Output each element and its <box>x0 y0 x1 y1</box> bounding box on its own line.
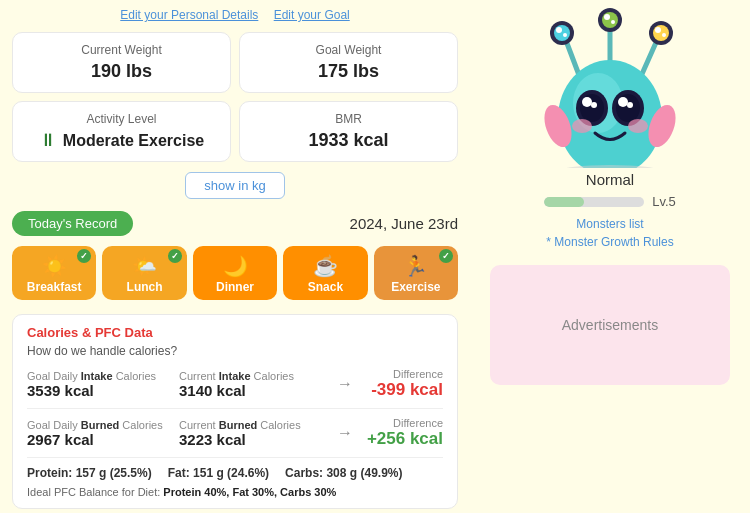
fat-stat: Fat: 151 g (24.6%) <box>168 466 269 480</box>
ideal-pfc: Ideal PFC Balance for Diet: Protein 40%,… <box>27 486 443 498</box>
svg-point-7 <box>602 12 618 28</box>
current-intake-block: Current Intake Calories 3140 kcal <box>179 370 327 399</box>
dinner-label: Dinner <box>216 280 254 294</box>
bmr-label: BMR <box>254 112 443 126</box>
monster-links: Monsters list Monster Growth Rules <box>480 217 740 249</box>
lunch-check: ✓ <box>168 249 182 263</box>
burned-diff-label: Difference <box>363 417 443 429</box>
ads-label: Advertisements <box>562 317 658 333</box>
show-kg-button[interactable]: show in kg <box>185 172 284 199</box>
level-bar-background <box>544 197 644 207</box>
goal-intake-label: Goal Daily Intake Calories <box>27 370 175 382</box>
current-weight-card: Current Weight 190 lbs <box>12 32 231 93</box>
goal-weight-label: Goal Weight <box>254 43 443 57</box>
level-bar-fill <box>544 197 584 207</box>
burned-diff-value: +256 kcal <box>363 429 443 449</box>
level-bar-container: Lv.5 <box>480 194 740 209</box>
edit-personal-link[interactable]: Edit your Personal Details <box>120 8 258 22</box>
svg-point-20 <box>591 102 597 108</box>
lunch-tab[interactable]: ✓ 🌤️ Lunch <box>102 246 186 300</box>
svg-point-3 <box>556 27 562 33</box>
main-layout: Edit your Personal Details Edit your Goa… <box>0 0 750 513</box>
goal-weight-value: 175 lbs <box>254 61 443 82</box>
goal-burned-label: Goal Daily Burned Calories <box>27 419 175 431</box>
monsters-list-link[interactable]: Monsters list <box>576 217 643 231</box>
burned-diff-block: Difference +256 kcal <box>363 417 443 449</box>
breakfast-tab[interactable]: ✓ ☀️ Breakfast <box>12 246 96 300</box>
level-text: Lv.5 <box>652 194 676 209</box>
burned-row: Goal Daily Burned Calories 2967 kcal Cur… <box>27 417 443 449</box>
svg-point-24 <box>627 102 633 108</box>
current-weight-value: 190 lbs <box>27 61 216 82</box>
pfc-divider <box>27 457 443 458</box>
calories-title: Calories & PFC Data <box>27 325 443 340</box>
intake-diff-label: Difference <box>363 368 443 380</box>
current-burned-block: Current Burned Calories 3223 kcal <box>179 419 327 448</box>
ideal-pfc-prefix: Ideal PFC Balance for Diet: <box>27 486 160 498</box>
svg-point-18 <box>580 94 604 122</box>
svg-point-14 <box>662 33 666 37</box>
svg-point-23 <box>618 97 628 107</box>
current-intake-value: 3140 kcal <box>179 382 327 399</box>
stats-grid: Current Weight 190 lbs Goal Weight 175 l… <box>12 32 458 162</box>
intake-diff-value: -399 kcal <box>363 380 443 400</box>
monster-growth-rules-link[interactable]: Monster Growth Rules <box>546 235 673 249</box>
current-burned-value: 3223 kcal <box>179 431 327 448</box>
goal-burned-block: Goal Daily Burned Calories 2967 kcal <box>27 419 175 448</box>
record-header: Today's Record 2024, June 23rd <box>12 211 458 236</box>
calories-subtitle: How do we handle calories? <box>27 344 443 358</box>
snack-label: Snack <box>308 280 343 294</box>
left-panel: Edit your Personal Details Edit your Goa… <box>0 0 470 513</box>
activity-level-card: Activity Level ⏸ Moderate Exercise <box>12 101 231 162</box>
today-badge: Today's Record <box>12 211 133 236</box>
calories-divider <box>27 408 443 409</box>
record-date: 2024, June 23rd <box>350 215 458 232</box>
breakfast-label: Breakfast <box>27 280 82 294</box>
svg-point-26 <box>628 119 648 133</box>
intake-row: Goal Daily Intake Calories 3539 kcal Cur… <box>27 368 443 400</box>
exercise-tab[interactable]: ✓ 🏃 Exercise <box>374 246 458 300</box>
dinner-icon: 🌙 <box>197 254 273 278</box>
svg-point-8 <box>604 14 610 20</box>
meal-tabs: ✓ ☀️ Breakfast ✓ 🌤️ Lunch 🌙 Dinner ☕ Sna… <box>12 246 458 300</box>
intake-diff-block: Difference -399 kcal <box>363 368 443 400</box>
exercise-check: ✓ <box>439 249 453 263</box>
burned-arrow: → <box>337 424 353 442</box>
monster-image <box>530 8 690 168</box>
current-burned-label: Current Burned Calories <box>179 419 327 431</box>
svg-point-12 <box>653 25 669 41</box>
activity-icon: ⏸ <box>39 130 57 151</box>
goal-weight-card: Goal Weight 175 lbs <box>239 32 458 93</box>
ideal-pfc-value: Protein 40%, Fat 30%, Carbs 30% <box>163 486 336 498</box>
svg-point-2 <box>554 25 570 41</box>
intake-arrow: → <box>337 375 353 393</box>
svg-point-25 <box>572 119 592 133</box>
monster-container: Normal Lv.5 Monsters list Monster Growth… <box>480 8 740 265</box>
bmr-value: 1933 kcal <box>254 130 443 151</box>
goal-intake-value: 3539 kcal <box>27 382 175 399</box>
svg-point-19 <box>582 97 592 107</box>
pfc-row: Protein: 157 g (25.5%) Fat: 151 g (24.6%… <box>27 466 443 480</box>
svg-point-29 <box>560 165 660 168</box>
advertisements-box: Advertisements <box>490 265 730 385</box>
current-weight-label: Current Weight <box>27 43 216 57</box>
dinner-tab[interactable]: 🌙 Dinner <box>193 246 277 300</box>
protein-stat: Protein: 157 g (25.5%) <box>27 466 152 480</box>
exercise-label: Exercise <box>391 280 440 294</box>
calories-section: Calories & PFC Data How do we handle cal… <box>12 314 458 509</box>
svg-point-13 <box>655 27 661 33</box>
lunch-label: Lunch <box>127 280 163 294</box>
right-panel: Normal Lv.5 Monsters list Monster Growth… <box>470 0 750 513</box>
svg-point-9 <box>611 20 615 24</box>
carbs-stat: Carbs: 308 g (49.9%) <box>285 466 402 480</box>
activity-level-label: Activity Level <box>27 112 216 126</box>
monster-name: Normal <box>480 171 740 188</box>
goal-burned-value: 2967 kcal <box>27 431 175 448</box>
svg-point-22 <box>616 94 640 122</box>
svg-point-4 <box>563 33 567 37</box>
bmr-card: BMR 1933 kcal <box>239 101 458 162</box>
goal-intake-block: Goal Daily Intake Calories 3539 kcal <box>27 370 175 399</box>
current-intake-label: Current Intake Calories <box>179 370 327 382</box>
snack-tab[interactable]: ☕ Snack <box>283 246 367 300</box>
edit-goal-link[interactable]: Edit your Goal <box>274 8 350 22</box>
